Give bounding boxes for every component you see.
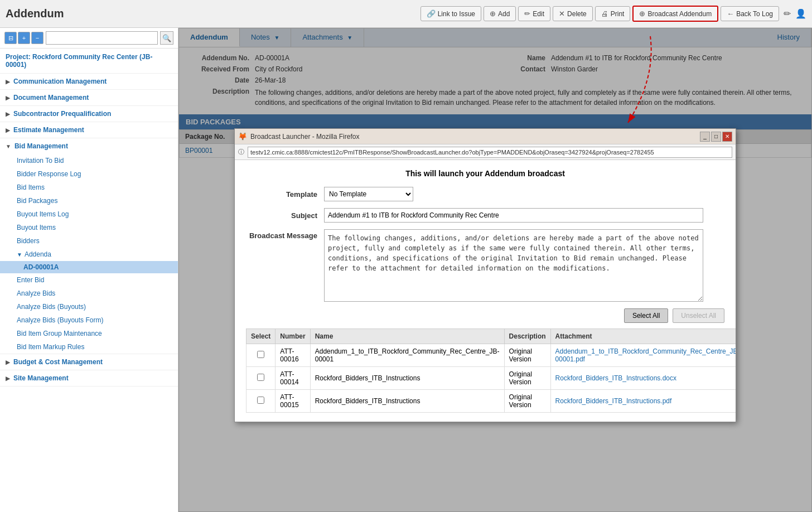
sidebar-search-button[interactable]: 🔍 (160, 31, 173, 45)
chevron-right-icon: ▶ (6, 111, 10, 117)
edit-button[interactable]: ✏ Edit (518, 6, 550, 21)
chevron-down-icon: ▼ (17, 252, 22, 258)
sidebar-item-bidder-response[interactable]: Bidder Response Log (0, 167, 178, 181)
broadcast-message-label: Broadcast Message (246, 229, 324, 240)
message-row: Broadcast Message The following changes,… (246, 229, 724, 302)
template-control: No Template (324, 187, 413, 201)
template-label: Template (246, 190, 324, 199)
col-name: Name (310, 329, 504, 344)
project-label[interactable]: Project: Rockford Community Rec Center (… (0, 49, 178, 74)
sidebar-section-document: ▶ Document Management (0, 90, 178, 106)
col-number: Number (276, 329, 310, 344)
top-header: Addendum 🔗 Link to Issue ⊕ Add ✏ Edit ✕ … (0, 0, 812, 28)
sidebar-item-invitation[interactable]: Invitation To Bid (0, 154, 178, 167)
content-area: Addendum Notes ▼ Attachments ▼ History A… (178, 28, 812, 512)
sidebar-section-budget: ▶ Budget & Cost Management (0, 354, 178, 370)
link-icon: 🔗 (427, 9, 436, 18)
sidebar-item-bid-item-group[interactable]: Bid Item Group Maintenance (0, 327, 178, 340)
app-title: Addendum (6, 7, 64, 20)
chevron-right-icon: ▶ (6, 127, 10, 133)
sidebar-section-bid: ▼ Bid Management Invitation To Bid Bidde… (0, 138, 178, 354)
sidebar-search-input[interactable] (46, 31, 158, 45)
attachment-number: ATT-00015 (276, 390, 310, 413)
chevron-right-icon: ▶ (6, 95, 10, 101)
checkbox-cell[interactable] (246, 390, 276, 413)
attachment-checkbox[interactable] (257, 397, 264, 404)
sidebar-item-enter-bid[interactable]: Enter Bid (0, 273, 178, 287)
col-description: Description (504, 329, 550, 344)
attachment-description: Original Version (504, 390, 550, 413)
sidebar-item-analyze-bids[interactable]: Analyze Bids (0, 287, 178, 300)
sidebar-section-communication: ▶ Communication Management (0, 74, 178, 90)
attachments-table: Select Number Name Description Attachmen… (246, 329, 736, 413)
browser-title: Broadcast Launcher - Mozilla Firefox (250, 133, 700, 141)
attachment-checkbox[interactable] (257, 374, 264, 381)
sidebar-item-analyze-bids-buyouts-form[interactable]: Analyze Bids (Buyouts Form) (0, 313, 178, 327)
sidebar-add-btn[interactable]: + (18, 32, 30, 44)
col-attachment: Attachment (550, 329, 736, 344)
subject-row: Subject (246, 208, 724, 223)
sidebar-section-estimate: ▶ Estimate Management (0, 122, 178, 138)
close-button[interactable]: ✕ (722, 132, 732, 142)
sidebar-minus-btn[interactable]: − (31, 32, 44, 44)
back-to-log-button[interactable]: ← Back To Log (721, 6, 779, 21)
firefox-icon: 🦊 (238, 132, 247, 141)
attachment-description: Original Version (504, 367, 550, 390)
table-row: ATT-00015 Rockford_Bidders_ITB_Instructi… (246, 390, 736, 413)
sidebar-toggle-1[interactable]: ⊟ (4, 32, 17, 44)
broadcast-addendum-button[interactable]: ⊕ Broadcast Addendum (632, 6, 718, 22)
info-icon: ⓘ (238, 148, 244, 156)
sidebar-section-header-communication[interactable]: ▶ Communication Management (0, 74, 178, 89)
sidebar-item-ad00001a[interactable]: AD-00001A (0, 261, 178, 273)
unselect-all-button[interactable]: Unselect All (673, 308, 724, 323)
sidebar-section-header-estimate[interactable]: ▶ Estimate Management (0, 122, 178, 138)
sidebar-item-buyout-items[interactable]: Buyout Items (0, 221, 178, 234)
select-all-button[interactable]: Select All (624, 308, 668, 323)
sidebar-item-analyze-bids-buyouts[interactable]: Analyze Bids (Buyouts) (0, 300, 178, 313)
subject-input[interactable] (324, 208, 703, 223)
delete-button[interactable]: ✕ Delete (553, 6, 593, 21)
checkbox-cell[interactable] (246, 344, 276, 367)
print-button[interactable]: 🖨 Print (595, 6, 631, 21)
sidebar: ⊟ + − 🔍 Project: Rockford Community Rec … (0, 28, 178, 512)
checkbox-cell[interactable] (246, 367, 276, 390)
template-row: Template No Template (246, 187, 724, 201)
sidebar-section-site: ▶ Site Management (0, 370, 178, 387)
sidebar-item-addenda[interactable]: ▼ Addenda (0, 248, 178, 261)
edit-pencil-icon[interactable]: ✏ (784, 8, 791, 19)
browser-addressbar: ⓘ (235, 144, 736, 160)
add-button[interactable]: ⊕ Add (484, 6, 516, 21)
attachment-link[interactable]: Addendum_1_to_ITB_Rockford_Community_Rec… (550, 344, 736, 367)
user-icon[interactable]: 👤 (795, 8, 806, 19)
back-icon: ← (727, 9, 734, 18)
browser-controls: _ □ ✕ (700, 132, 732, 142)
broadcast-icon: ⊕ (639, 9, 645, 18)
address-input[interactable] (248, 147, 732, 158)
sidebar-item-bid-packages[interactable]: Bid Packages (0, 194, 178, 207)
sidebar-item-bid-item-markup[interactable]: Bid Item Markup Rules (0, 340, 178, 354)
attachment-link[interactable]: Rockford_Bidders_ITB_Instructions.docx (550, 367, 736, 390)
message-textarea[interactable]: The following changes, additions, and/or… (324, 229, 703, 302)
attachment-link[interactable]: Rockford_Bidders_ITB_Instructions.pdf (550, 390, 736, 413)
table-row: ATT-00016 Addendum_1_to_ITB_Rockford_Com… (246, 344, 736, 367)
attachment-checkbox[interactable] (257, 351, 264, 358)
browser-content: This will launch your Addendum broadcast… (235, 160, 736, 422)
sidebar-item-buyout-items-log[interactable]: Buyout Items Log (0, 207, 178, 221)
attachment-name: Rockford_Bidders_ITB_Instructions (310, 367, 504, 390)
chevron-right-icon: ▶ (6, 375, 10, 381)
maximize-button[interactable]: □ (711, 132, 721, 142)
link-to-issue-button[interactable]: 🔗 Link to Issue (420, 6, 481, 21)
sidebar-section-header-document[interactable]: ▶ Document Management (0, 90, 178, 105)
minimize-button[interactable]: _ (700, 132, 710, 142)
sidebar-section-header-budget[interactable]: ▶ Budget & Cost Management (0, 354, 178, 370)
sidebar-item-bidders[interactable]: Bidders (0, 234, 178, 248)
sidebar-section-header-subcontractor[interactable]: ▶ Subcontractor Prequalification (0, 106, 178, 122)
main-layout: ⊟ + − 🔍 Project: Rockford Community Rec … (0, 28, 812, 512)
template-select[interactable]: No Template (324, 187, 413, 201)
sidebar-item-bid-items[interactable]: Bid Items (0, 181, 178, 194)
chevron-right-icon: ▶ (6, 79, 10, 85)
subject-label: Subject (246, 211, 324, 220)
sidebar-section-header-bid[interactable]: ▼ Bid Management (0, 138, 178, 154)
attachment-description: Original Version (504, 344, 550, 367)
sidebar-section-header-site[interactable]: ▶ Site Management (0, 370, 178, 386)
